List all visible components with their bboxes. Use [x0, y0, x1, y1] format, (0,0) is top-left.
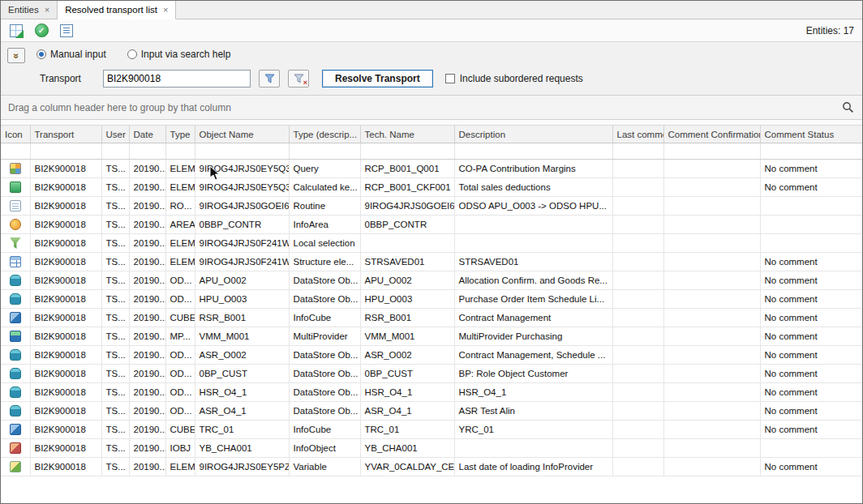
cell-comment_confirmation[interactable]	[663, 271, 760, 290]
filter-cell[interactable]	[30, 143, 101, 160]
cell-type_desc[interactable]: DataStore Ob...	[289, 271, 360, 290]
column-header[interactable]: Last commenti...	[612, 126, 663, 143]
cell-tech_name[interactable]: 0BBP_CONTR	[360, 216, 454, 234]
cell-transport[interactable]: BI2K900018	[30, 253, 101, 271]
cell-user[interactable]: TS...	[101, 253, 129, 271]
cell-user[interactable]: TS...	[101, 421, 129, 439]
cell-date[interactable]: 20190...	[129, 234, 165, 253]
column-header[interactable]: Icon	[1, 126, 30, 143]
cell-object_name[interactable]: 9IROG4JRJS0F241W...	[195, 253, 289, 271]
cell-last_comment[interactable]	[612, 271, 663, 290]
cell-type[interactable]: IOBJ	[165, 439, 195, 458]
filter-cell[interactable]	[760, 143, 863, 160]
cell-comment_confirmation[interactable]	[663, 160, 760, 178]
cell-type[interactable]: OD...	[165, 290, 195, 309]
cell-comment_confirmation[interactable]	[663, 197, 760, 216]
cell-description[interactable]: CO-PA Contribution Margins	[454, 160, 612, 178]
cell-date[interactable]: 20190...	[129, 327, 165, 346]
cell-transport[interactable]: BI2K900018	[30, 160, 101, 178]
cell-type[interactable]: ELEM	[165, 160, 195, 178]
filter-cell[interactable]	[195, 143, 289, 160]
cell-object_name[interactable]: YB_CHA001	[195, 439, 289, 458]
cell-tech_name[interactable]: 9IROG4JRJS0GOEI6...	[360, 197, 454, 216]
column-header[interactable]: Description	[454, 126, 612, 143]
include-subordered-checkbox[interactable]: Include subordered requests	[445, 73, 583, 84]
icon-cell[interactable]	[1, 234, 30, 253]
filter-cell[interactable]	[454, 143, 612, 160]
cell-comment_status[interactable]: No comment	[760, 309, 863, 327]
cell-tech_name[interactable]: YVAR_0CALDAY_CE...	[360, 458, 454, 476]
cell-comment_confirmation[interactable]	[663, 383, 760, 402]
cell-type_desc[interactable]: Variable	[289, 458, 360, 476]
cell-date[interactable]: 20190...	[129, 365, 165, 383]
cell-tech_name[interactable]: ASR_O4_1	[360, 402, 454, 421]
cell-transport[interactable]: BI2K900018	[30, 309, 101, 327]
cell-last_comment[interactable]	[612, 346, 663, 365]
cell-user[interactable]: TS...	[101, 327, 129, 346]
cell-transport[interactable]: BI2K900018	[30, 346, 101, 365]
cell-description[interactable]: Total sales deductions	[454, 178, 612, 197]
cell-object_name[interactable]: 0BBP_CONTR	[195, 216, 289, 234]
export-excel-button[interactable]	[7, 22, 25, 40]
cell-comment_status[interactable]: No comment	[760, 178, 863, 197]
cell-description[interactable]: MultiProvider Purchasing	[454, 327, 612, 346]
manual-input-radio[interactable]: Manual input	[36, 49, 106, 60]
cell-tech_name[interactable]: ASR_O002	[360, 346, 454, 365]
cell-tech_name[interactable]: RCP_B001_CKF001	[360, 178, 454, 197]
cell-tech_name[interactable]: HSR_O4_1	[360, 383, 454, 402]
filter-cell[interactable]	[165, 143, 195, 160]
cell-object_name[interactable]: 0BP_CUST	[195, 365, 289, 383]
cell-date[interactable]: 20190...	[129, 309, 165, 327]
cell-description[interactable]: BP: Role Object Customer	[454, 365, 612, 383]
filter-cell[interactable]	[612, 143, 663, 160]
cell-last_comment[interactable]	[612, 365, 663, 383]
cell-date[interactable]: 20190...	[129, 197, 165, 216]
cell-type[interactable]: CUBE	[165, 309, 195, 327]
icon-cell[interactable]	[1, 253, 30, 271]
filter-cell[interactable]	[101, 143, 129, 160]
cell-description[interactable]: Contract Management, Schedule ...	[454, 346, 612, 365]
cell-object_name[interactable]: 9IROG4JRJS0F241W...	[195, 234, 289, 253]
icon-cell[interactable]	[1, 439, 30, 458]
cell-tech_name[interactable]: RCP_B001_Q001	[360, 160, 454, 178]
cell-transport[interactable]: BI2K900018	[30, 290, 101, 309]
cell-date[interactable]: 20190...	[129, 439, 165, 458]
table-row[interactable]: BI2K900018TS...20190...ELEM9IROG4JRJS0F2…	[1, 234, 863, 253]
cell-user[interactable]: TS...	[101, 160, 129, 178]
cell-comment_status[interactable]	[760, 197, 863, 216]
cell-type_desc[interactable]: Routine	[289, 197, 360, 216]
cell-last_comment[interactable]	[612, 309, 663, 327]
transport-input[interactable]	[103, 70, 251, 88]
cell-last_comment[interactable]	[612, 290, 663, 309]
cell-comment_status[interactable]: No comment	[760, 160, 863, 178]
cell-description[interactable]	[454, 216, 612, 234]
cell-type[interactable]: ELEM	[165, 458, 195, 476]
cell-object_name[interactable]: ASR_O002	[195, 346, 289, 365]
clear-filter-button[interactable]: ×	[288, 70, 309, 88]
cell-object_name[interactable]: ASR_O4_1	[195, 402, 289, 421]
icon-cell[interactable]	[1, 365, 30, 383]
cell-user[interactable]: TS...	[101, 458, 129, 476]
cell-comment_confirmation[interactable]	[663, 327, 760, 346]
cell-date[interactable]: 20190...	[129, 290, 165, 309]
cell-type_desc[interactable]: DataStore Ob...	[289, 365, 360, 383]
cell-comment_status[interactable]	[760, 234, 863, 253]
cell-object_name[interactable]: RSR_B001	[195, 309, 289, 327]
cell-object_name[interactable]: HPU_O003	[195, 290, 289, 309]
cell-transport[interactable]: BI2K900018	[30, 197, 101, 216]
cell-type[interactable]: CUBE	[165, 421, 195, 439]
cell-description[interactable]: Allocation Confirm. and Goods Re...	[454, 271, 612, 290]
cell-description[interactable]: YRC_01	[454, 421, 612, 439]
cell-last_comment[interactable]	[612, 439, 663, 458]
cell-user[interactable]: TS...	[101, 271, 129, 290]
cell-type[interactable]: OD...	[165, 383, 195, 402]
filter-cell[interactable]	[289, 143, 360, 160]
cell-comment_status[interactable]: No comment	[760, 271, 863, 290]
cell-tech_name[interactable]: HPU_O003	[360, 290, 454, 309]
cell-type_desc[interactable]: Local selection	[289, 234, 360, 253]
cell-transport[interactable]: BI2K900018	[30, 365, 101, 383]
search-help-radio[interactable]: Input via search help	[127, 49, 231, 60]
close-icon[interactable]: ×	[163, 6, 168, 15]
cell-comment_confirmation[interactable]	[663, 346, 760, 365]
cell-description[interactable]: STRSAVED01	[454, 253, 612, 271]
